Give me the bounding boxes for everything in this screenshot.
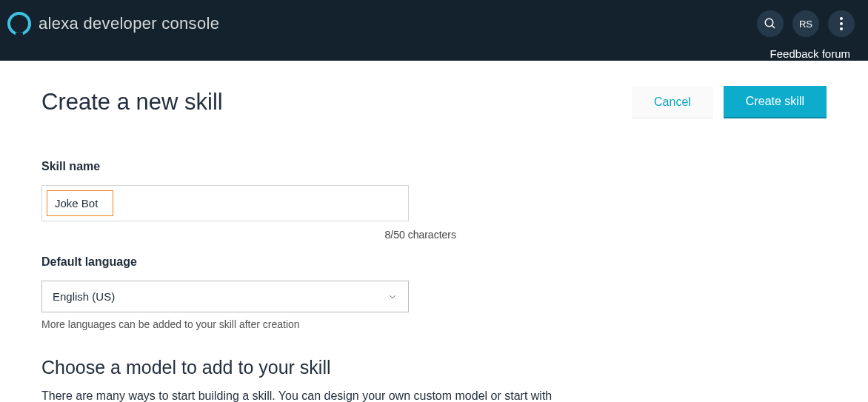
- alexa-logo-icon: [7, 12, 31, 36]
- language-select[interactable]: English (US): [41, 281, 409, 312]
- title-row: Create a new skill Cancel Create skill: [41, 86, 827, 118]
- search-icon: [764, 17, 777, 30]
- char-counter: 8/50 characters: [41, 229, 456, 241]
- skill-name-input[interactable]: [47, 190, 113, 216]
- language-select-wrapper: English (US): [41, 281, 409, 312]
- main-content: Create a new skill Cancel Create skill S…: [0, 61, 868, 402]
- language-group: Default language English (US) More langu…: [41, 255, 449, 330]
- header-icons: RS: [757, 10, 855, 37]
- header-left: alexa developer console: [7, 12, 219, 36]
- language-label: Default language: [41, 255, 449, 269]
- more-vertical-icon: [840, 17, 843, 30]
- feedback-forum-link[interactable]: Feedback forum: [770, 47, 850, 60]
- more-menu-button[interactable]: [828, 10, 855, 37]
- cancel-button[interactable]: Cancel: [632, 86, 713, 118]
- model-section-description: There are many ways to start building a …: [41, 387, 560, 402]
- skill-name-group: Skill name 8/50 characters: [41, 160, 449, 241]
- action-buttons: Cancel Create skill: [632, 86, 827, 118]
- user-initials: RS: [799, 19, 812, 30]
- language-hint: More languages can be added to your skil…: [41, 318, 449, 330]
- language-selected-value: English (US): [53, 290, 115, 303]
- skill-name-input-wrapper: [41, 185, 409, 221]
- console-title: alexa developer console: [39, 14, 219, 33]
- app-header: alexa developer console RS Feedback for: [0, 0, 868, 61]
- svg-line-1: [772, 25, 775, 28]
- svg-point-0: [765, 19, 773, 27]
- search-button[interactable]: [757, 10, 784, 37]
- skill-name-label: Skill name: [41, 160, 449, 173]
- model-section-title: Choose a model to add to your skill: [41, 357, 827, 378]
- page-title: Create a new skill: [41, 89, 223, 115]
- create-skill-button[interactable]: Create skill: [724, 86, 827, 118]
- header-right: RS Feedback forum: [757, 10, 855, 63]
- user-avatar[interactable]: RS: [792, 10, 819, 37]
- chevron-down-icon: [387, 292, 398, 302]
